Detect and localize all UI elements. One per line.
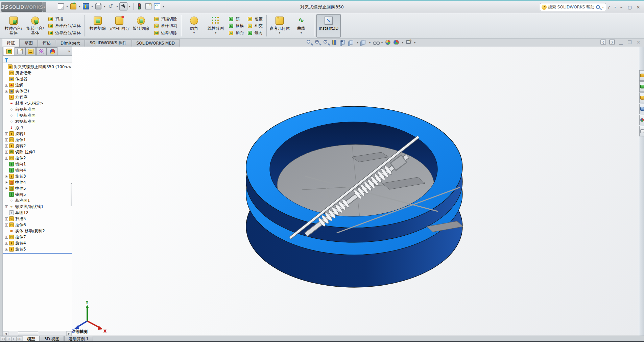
tree-item-拉伸6[interactable]: +◳拉伸6 [3, 222, 72, 228]
tree-item-扫描5[interactable]: +⊂扫描5 [3, 216, 72, 222]
sweep-button[interactable]: 扫描 [47, 16, 82, 22]
select-caret[interactable]: ▾ [128, 2, 131, 10]
tree-expander[interactable]: + [5, 138, 8, 141]
tree-expander[interactable]: + [5, 223, 8, 227]
tab-configurationmanager[interactable] [25, 47, 36, 55]
tree-item-实体-移动/复制2[interactable]: +⇄实体-移动/复制2 [3, 228, 72, 234]
study-nav-0[interactable]: ◀◀ [1, 337, 6, 341]
save-button[interactable] [82, 2, 90, 10]
tab-displaymanager[interactable] [47, 47, 57, 55]
logo-chevron-icon[interactable]: ▸ [43, 2, 46, 12]
display-style-icon[interactable] [360, 39, 367, 46]
study-nav-3[interactable]: ▶▶ [17, 337, 22, 341]
rib-button[interactable]: 筋 [227, 16, 245, 22]
shell-button[interactable]: 抽壳 [227, 29, 245, 36]
tab-propertymanager[interactable] [15, 47, 25, 55]
maximize-button[interactable]: ▢ [626, 4, 634, 10]
tree-item-拉伸1[interactable]: +◳拉伸1 [3, 137, 72, 143]
options-button[interactable] [153, 2, 161, 10]
boss-extrude-button[interactable]: 拉伸凸台/基体 [3, 14, 24, 37]
zoom-to-fit-icon[interactable] [306, 39, 313, 46]
minimize-doc-button[interactable]: ▁ [618, 40, 624, 45]
lofted-cut-button[interactable]: 放样切割 [152, 23, 178, 29]
boundary-button[interactable]: 边界凸台/基体 [47, 29, 82, 36]
tree-item-镜向4[interactable]: +∥镜向4 [3, 167, 72, 173]
loft-button[interactable]: 放样凸台/基体 [47, 23, 82, 29]
tree-item-上视基准面[interactable]: +◇上视基准面 [3, 112, 72, 119]
tree-expander[interactable]: + [5, 90, 8, 93]
task-pane-view-palette[interactable] [639, 104, 644, 114]
close-doc-button[interactable]: ✕ [636, 40, 641, 45]
help-button[interactable]: ? [605, 4, 613, 10]
view-settings-icon[interactable] [405, 39, 412, 46]
zoom-to-area-icon[interactable] [314, 39, 321, 46]
search-box[interactable]: ? 搜索 SOLIDWORKS 帮助 ▾ [540, 3, 606, 11]
tree-item-拉伸4[interactable]: +◳拉伸4 [3, 179, 72, 185]
tree-item-对夹式蝶形止回阀350 (100<<1[interactable]: +▣对夹式蝶形止回阀350 (100<<1 [3, 64, 72, 70]
edit-appearance-icon[interactable] [385, 39, 391, 46]
study-nav-2[interactable]: ▶ [11, 337, 17, 341]
task-pane-resources[interactable] [639, 70, 644, 81]
open-file-button[interactable] [69, 2, 77, 10]
tree-expander[interactable]: + [5, 217, 8, 220]
tree-item-材质 <未指定>[interactable]: +≡材质 <未指定> [3, 100, 72, 106]
fillet-button[interactable]: 圆角▾ [183, 14, 205, 37]
mirror-button[interactable]: 镜向 [246, 29, 264, 36]
task-pane-design-library[interactable] [639, 81, 644, 92]
tree-item-历史记录[interactable]: +◔历史记录 [3, 70, 72, 76]
undo-caret[interactable]: ▾ [116, 2, 119, 10]
tab-dimxpertmanager[interactable] [36, 47, 47, 55]
save-caret[interactable]: ▾ [91, 2, 94, 10]
tab-评估[interactable]: 评估 [38, 39, 55, 47]
swept-cut-button[interactable]: 扫描切除 [152, 16, 178, 22]
restore-doc-button[interactable]: ❐ [627, 40, 633, 45]
draft-button[interactable]: 拔模 [227, 23, 245, 29]
apply-scene-icon[interactable] [393, 39, 400, 46]
search-icon[interactable] [596, 5, 600, 9]
instant3d-button[interactable]: Instant3D [316, 14, 341, 37]
tree-expander[interactable]: + [5, 132, 8, 135]
prev-window-button[interactable]: ❰ [600, 40, 606, 45]
tree-item-旋转2[interactable]: +◖旋转2 [3, 143, 72, 149]
tree-expander[interactable]: + [5, 248, 8, 251]
undo-button[interactable] [107, 2, 115, 10]
tree-expander[interactable]: + [5, 242, 8, 245]
tab-featuremanager[interactable] [4, 47, 14, 55]
tree-expander[interactable]: + [5, 187, 8, 190]
tab-SOLIDWORKS MBD[interactable]: SOLIDWORKS MBD [132, 39, 180, 47]
tree-item-旋转5[interactable]: +◖旋转5 [3, 246, 72, 252]
next-window-button[interactable]: ❱ [609, 40, 615, 45]
view-settings-caret[interactable]: ▾ [414, 41, 415, 44]
new-file-button[interactable] [57, 2, 65, 10]
tab-草图[interactable]: 草图 [20, 39, 38, 47]
view-cube-caret[interactable]: ▾ [357, 41, 358, 44]
select-button[interactable] [119, 2, 127, 10]
hide-show-items-icon[interactable] [373, 39, 379, 46]
print-button[interactable] [94, 2, 102, 10]
search-input[interactable]: 搜索 SOLIDWORKS 帮助 [548, 4, 595, 10]
section-view-icon[interactable] [331, 39, 338, 46]
task-pane-custom-properties[interactable] [639, 126, 644, 136]
view-orientation-icon[interactable] [340, 39, 347, 46]
tree-item-螺旋线/涡状线1[interactable]: +∿螺旋线/涡状线1 [3, 204, 72, 210]
tree-filter-bar[interactable] [3, 56, 72, 62]
tree-expander[interactable]: + [5, 236, 8, 239]
tree-item-拉伸2[interactable]: +◳拉伸2 [3, 155, 72, 161]
new-file-caret[interactable]: ▾ [66, 2, 69, 10]
tree-item-旋转3[interactable]: +◖旋转3 [3, 173, 72, 179]
panel-expand-button[interactable]: » [68, 49, 70, 53]
help-caret[interactable]: ▾ [614, 3, 617, 11]
rollback-bar[interactable] [3, 253, 72, 254]
task-pane-file-explorer[interactable] [639, 93, 644, 103]
tab-特征[interactable]: 特征 [2, 39, 20, 47]
file-properties-button[interactable] [144, 2, 152, 10]
study-nav-1[interactable]: ◀ [6, 337, 11, 341]
tree-item-草图12[interactable]: +∕草图12 [3, 210, 72, 216]
tab-SOLIDWORKS 插件[interactable]: SOLIDWORKS 插件 [85, 39, 131, 47]
tree-expander[interactable]: + [5, 157, 8, 160]
previous-view-icon[interactable] [323, 39, 330, 46]
tree-item-基准面1[interactable]: +◇基准面1 [3, 198, 72, 204]
tree-item-注解[interactable]: +A注解 [3, 82, 72, 88]
display-style-caret[interactable]: ▾ [369, 41, 371, 44]
tree-item-镜向5[interactable]: +∥镜向5 [3, 191, 72, 198]
